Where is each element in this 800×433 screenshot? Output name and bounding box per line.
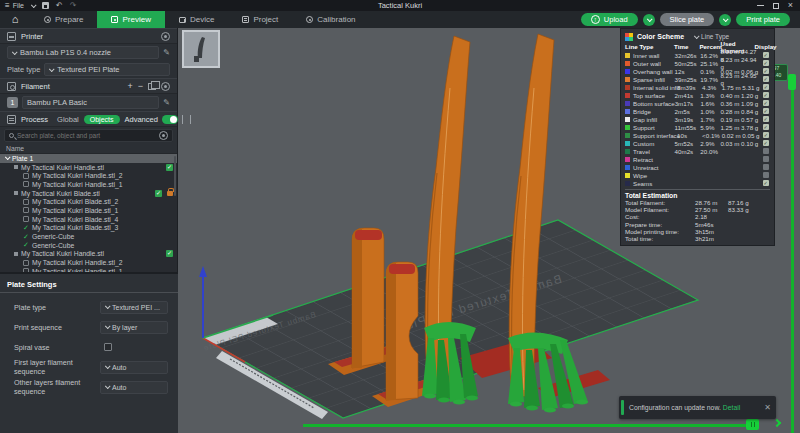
part-check-icon[interactable]: ✓ [23, 241, 29, 249]
display-checkbox[interactable]: ✓ [763, 52, 769, 58]
move-slider-handle[interactable] [746, 419, 759, 430]
part-checkbox[interactable] [23, 173, 29, 179]
visibility-checkbox[interactable]: ✓ [155, 190, 162, 197]
print-dropdown[interactable] [719, 14, 731, 26]
part-checkbox[interactable] [23, 216, 29, 222]
part-checkbox[interactable] [23, 181, 29, 187]
part-check-icon[interactable]: ✓ [23, 224, 29, 232]
plate-thumbnail[interactable] [182, 30, 220, 68]
display-checkbox[interactable]: ✓ [763, 84, 769, 90]
tree-item[interactable]: My Tactical Kukri Blade.stl_4 [0, 215, 177, 224]
tree-item[interactable]: ✓Generic-Cube [0, 241, 177, 250]
toast-close-icon[interactable]: ✕ [764, 403, 771, 412]
sync-filament-icon[interactable] [148, 83, 156, 90]
tree-item-label: My Tactical Kukri Handle.stl_2 [32, 172, 123, 179]
legend-row: Bottom surface3m17s1.6%0.36 m 1.09 g✓ [625, 99, 770, 107]
legend-row: Internal solid infill8m39s4.3%1.75 m 5.3… [625, 83, 770, 91]
tab-prepare[interactable]: Prepare [30, 11, 97, 28]
tree-item[interactable]: My Tactical Kukri Blade.stl✓ [0, 189, 177, 198]
display-checkbox[interactable]: ✓ [763, 100, 769, 106]
setting-select[interactable]: By layer [100, 321, 168, 334]
display-checkbox[interactable]: ✓ [763, 76, 769, 82]
tree-scrollbar[interactable] [174, 156, 176, 196]
filament-select[interactable]: Bambu PLA Basic [22, 96, 159, 109]
setting-select[interactable]: Auto [100, 381, 168, 394]
palette-icon [625, 33, 633, 41]
tree-item[interactable]: My Tactical Kukri Handle.stl_2 [0, 258, 177, 267]
legend-row: Unretract [625, 163, 770, 171]
setting-select[interactable]: Textured PEI ... [100, 301, 168, 314]
close-button[interactable]: × [788, 1, 793, 10]
tree-item[interactable]: My Tactical Kukri Handle.stl✓ [0, 250, 177, 259]
display-checkbox[interactable] [763, 156, 769, 162]
tab-project[interactable]: Project [228, 11, 292, 28]
edit-printer-icon[interactable]: ✎ [163, 48, 170, 57]
titlebar: ≡ File ↶ ↷ Tactical Kukri × [0, 0, 800, 11]
tree-item[interactable]: Plate 1 [0, 154, 177, 163]
chevron-down-icon[interactable] [31, 2, 37, 8]
part-check-icon[interactable]: ✓ [23, 233, 29, 241]
display-checkbox[interactable]: ✓ [763, 108, 769, 114]
tab-calibration[interactable]: Calibration [292, 11, 369, 28]
tree-item[interactable]: My Tactical Kukri Handle.stl_1 [0, 180, 177, 189]
part-checkbox[interactable] [23, 199, 29, 205]
tree-item[interactable]: My Tactical Kukri Blade.stl_2 [0, 197, 177, 206]
layer-slider-handle[interactable] [788, 74, 796, 90]
display-checkbox[interactable]: ✓ [763, 60, 769, 66]
search-settings-gear-icon[interactable] [159, 131, 168, 140]
display-checkbox[interactable]: ✓ [763, 116, 769, 122]
tab-device[interactable]: Device [165, 11, 228, 28]
move-slider[interactable] [303, 424, 753, 427]
search-input[interactable] [17, 132, 156, 139]
slice-plate-button[interactable]: Slice plate [660, 13, 715, 26]
filament-settings-gear-icon[interactable] [161, 82, 170, 91]
display-checkbox[interactable]: ✓ [763, 140, 769, 146]
restore-button[interactable] [773, 3, 779, 9]
display-checkbox[interactable]: ✓ [763, 180, 769, 186]
upload-button[interactable]: ↑ Upload [581, 13, 638, 26]
process-global-tab[interactable]: Global [57, 115, 79, 124]
print-plate-button[interactable]: Print plate [736, 13, 790, 26]
visibility-checkbox[interactable]: ✓ [166, 250, 173, 257]
upload-icon: ↑ [591, 15, 600, 24]
display-checkbox[interactable]: ✓ [763, 124, 769, 130]
display-checkbox[interactable]: ✓ [763, 92, 769, 98]
save-icon[interactable] [42, 2, 49, 9]
add-filament-button[interactable]: + [127, 82, 132, 91]
tree-item[interactable]: ✓My Tactical Kukri Blade.stl_3 [0, 224, 177, 233]
printer-settings-gear-icon[interactable] [161, 32, 170, 41]
remove-filament-button[interactable]: − [138, 82, 143, 91]
layer-slider[interactable] [791, 80, 794, 433]
setting-select[interactable]: Auto [100, 361, 168, 374]
search-box[interactable] [4, 129, 173, 142]
undo-icon[interactable]: ↶ [56, 2, 63, 10]
part-checkbox[interactable] [23, 207, 29, 213]
toast-detail-link[interactable]: Detail [723, 404, 740, 411]
tree-item[interactable]: My Tactical Kukri Handle.stl✓ [0, 163, 177, 172]
display-checkbox[interactable] [763, 148, 769, 154]
tab-preview[interactable]: Preview [97, 11, 164, 28]
setting-checkbox[interactable] [104, 343, 112, 351]
redo-icon[interactable]: ↷ [70, 2, 77, 10]
part-checkbox[interactable] [23, 260, 29, 266]
display-checkbox[interactable] [763, 164, 769, 170]
process-objects-tab[interactable]: Objects [84, 115, 120, 124]
plate-type-select[interactable]: Textured PEI Plate [44, 63, 170, 76]
minimize-button[interactable] [757, 5, 764, 6]
tree-item[interactable]: My Tactical Kukri Handle.stl_2 [0, 171, 177, 180]
home-icon[interactable]: ⌂ [0, 11, 30, 28]
file-menu[interactable]: ≡ File [5, 1, 24, 10]
total-estimation-row: Model printing time:3h15m [625, 228, 770, 235]
visibility-checkbox[interactable]: ✓ [166, 164, 173, 171]
printer-select[interactable]: Bambu Lab P1S 0.4 nozzle [7, 46, 159, 59]
display-checkbox[interactable]: ✓ [763, 132, 769, 138]
tree-item[interactable]: My Tactical Kukri Blade.stl_1 [0, 206, 177, 215]
advanced-toggle[interactable] [162, 115, 178, 124]
view-options-icon[interactable] [182, 115, 191, 124]
hamburger-icon: ≡ [5, 1, 10, 10]
tree-item[interactable]: ✓Generic-Cube [0, 232, 177, 241]
display-checkbox[interactable]: ✓ [763, 68, 769, 74]
display-checkbox[interactable] [763, 172, 769, 178]
slice-dropdown[interactable] [643, 14, 655, 26]
edit-filament-icon[interactable]: ✎ [163, 98, 170, 107]
